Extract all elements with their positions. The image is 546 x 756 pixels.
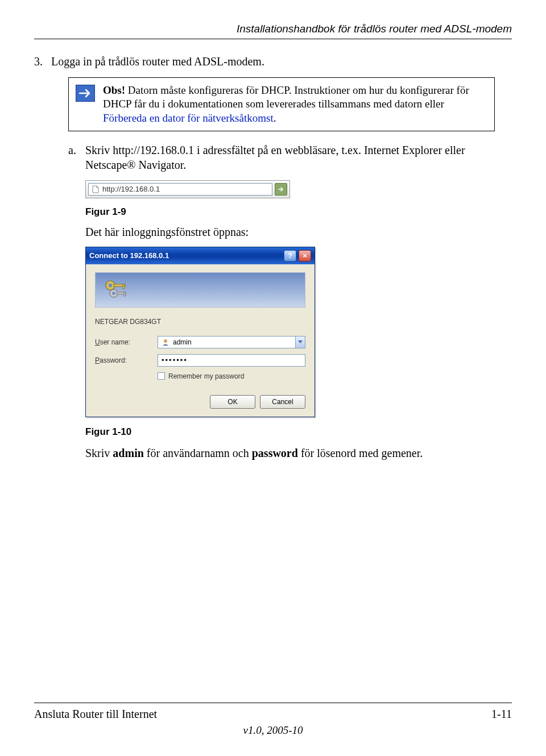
header-rule — [34, 39, 512, 39]
figure-1-10-caption: Figur 1-10 — [85, 426, 512, 438]
svg-rect-7 — [124, 292, 126, 296]
dialog-titlebar: Connect to 192.168.0.1 ? × — [86, 247, 315, 264]
note-body-1: Datorn måste konfigureras för DHCP. Inst… — [103, 84, 469, 110]
svg-point-8 — [164, 339, 167, 343]
arrow-right-icon — [76, 85, 95, 102]
note-obs-label: Obs! — [103, 84, 125, 96]
cancel-button[interactable]: Cancel — [260, 395, 305, 409]
step-number: 3. — [34, 55, 51, 68]
note-link[interactable]: Förbereda en dator för nätverksåtkomst — [103, 112, 274, 124]
dropdown-arrow-icon[interactable] — [295, 337, 305, 348]
substep-text: Skriv http://192.168.0.1 i adressfältet … — [85, 143, 495, 172]
login-opens-text: Det här inloggningsfönstret öppnas: — [85, 226, 512, 239]
substep-letter: a. — [68, 143, 85, 172]
browser-address-bar: http://192.168.0.1 — [85, 180, 290, 198]
figure-1-9-caption: Figur 1-9 — [85, 206, 512, 218]
footer-page-number: 1-11 — [491, 708, 512, 721]
footer-version: v1.0, 2005-10 — [34, 724, 512, 737]
password-bold: password — [252, 447, 298, 459]
final-instruction: Skriv admin för användarnamn och passwor… — [85, 446, 512, 460]
username-value: admin — [173, 338, 192, 346]
address-input[interactable]: http://192.168.0.1 — [88, 183, 272, 196]
svg-point-1 — [109, 284, 112, 287]
dialog-realm: NETGEAR DG834GT — [95, 318, 305, 326]
remember-checkbox[interactable] — [158, 372, 165, 380]
password-label: Password: — [95, 356, 158, 364]
admin-bold: admin — [113, 447, 143, 459]
close-button[interactable]: × — [299, 250, 311, 261]
step-3: 3. Logga in på trådlös router med ADSL-m… — [34, 55, 512, 68]
password-value: ••••••• — [162, 356, 188, 364]
username-input[interactable]: admin — [158, 336, 305, 348]
step-text: Logga in på trådlös router med ADSL-mode… — [51, 55, 264, 68]
note-period: . — [274, 112, 276, 124]
svg-rect-3 — [123, 284, 125, 289]
doc-header-title: Installationshandbok för trådlös router … — [34, 23, 512, 35]
page-icon — [92, 185, 99, 193]
remember-password-row[interactable]: Remember my password — [158, 372, 305, 380]
remember-label: Remember my password — [168, 372, 244, 380]
svg-point-5 — [112, 292, 115, 295]
footer-rule — [34, 703, 512, 703]
user-icon — [162, 338, 169, 346]
address-url: http://192.168.0.1 — [102, 185, 160, 193]
help-button[interactable]: ? — [284, 250, 296, 261]
substep-a: a. Skriv http://192.168.0.1 i adressfält… — [68, 143, 495, 172]
note-box: Obs! Datorn måste konfigureras för DHCP.… — [68, 77, 495, 131]
note-text: Obs! Datorn måste konfigureras för DHCP.… — [103, 84, 487, 125]
login-dialog: Connect to 192.168.0.1 ? × NETGEAR D — [85, 247, 315, 417]
go-button[interactable] — [275, 183, 287, 196]
page-footer: Ansluta Router till Internet 1-11 v1.0, … — [34, 703, 512, 737]
close-icon: × — [303, 251, 307, 260]
dialog-title-text: Connect to 192.168.0.1 — [89, 251, 282, 260]
dialog-banner — [95, 272, 305, 308]
keys-icon — [102, 277, 130, 302]
footer-left: Ansluta Router till Internet — [34, 708, 157, 721]
password-input[interactable]: ••••••• — [158, 354, 305, 367]
ok-button[interactable]: OK — [210, 395, 255, 409]
username-label: User name: — [95, 338, 158, 346]
